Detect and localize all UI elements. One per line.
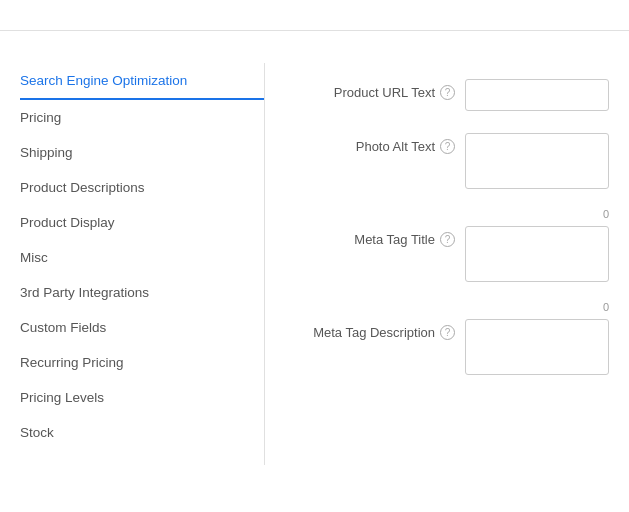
help-icon-meta-tag-description[interactable]: ? bbox=[440, 325, 455, 340]
field-input-wrapper-product-url-text bbox=[465, 79, 609, 111]
sidebar-item-stock[interactable]: Stock bbox=[20, 415, 264, 450]
field-label-product-url-text: Product URL Text? bbox=[285, 79, 465, 100]
sidebar-item-misc[interactable]: Misc bbox=[20, 240, 264, 275]
label-text-meta-tag-description: Meta Tag Description bbox=[313, 325, 435, 340]
help-icon-meta-tag-title[interactable]: ? bbox=[440, 232, 455, 247]
sidebar-item-pricing[interactable]: Pricing bbox=[20, 100, 264, 135]
field-label-meta-tag-title: Meta Tag Title? bbox=[285, 226, 465, 247]
field-input-wrapper-photo-alt-text bbox=[465, 133, 609, 192]
field-row-product-url-text: Product URL Text? bbox=[285, 73, 609, 117]
sidebar-item-3rd-party[interactable]: 3rd Party Integrations bbox=[20, 275, 264, 310]
textarea-photo-alt-text[interactable] bbox=[465, 133, 609, 189]
field-input-wrapper-meta-tag-description bbox=[465, 319, 609, 378]
section-wrapper bbox=[0, 31, 629, 47]
sidebar-item-recurring-pricing[interactable]: Recurring Pricing bbox=[20, 345, 264, 380]
char-count-row-meta-tag-title: 0 bbox=[285, 301, 609, 313]
help-icon-photo-alt-text[interactable]: ? bbox=[440, 139, 455, 154]
label-text-photo-alt-text: Photo Alt Text bbox=[356, 139, 435, 154]
page-header bbox=[0, 0, 629, 31]
sidebar-item-product-descriptions[interactable]: Product Descriptions bbox=[20, 170, 264, 205]
field-input-wrapper-meta-tag-title bbox=[465, 226, 609, 285]
field-label-photo-alt-text: Photo Alt Text? bbox=[285, 133, 465, 154]
sidebar-item-product-display[interactable]: Product Display bbox=[20, 205, 264, 240]
sidebar-item-seo[interactable]: Search Engine Optimization bbox=[20, 63, 264, 100]
field-row-photo-alt-text: Photo Alt Text? bbox=[285, 127, 609, 198]
content-area: Search Engine OptimizationPricingShippin… bbox=[0, 63, 629, 465]
field-row-meta-tag-description: Meta Tag Description? bbox=[285, 313, 609, 384]
main-content: Product URL Text?Photo Alt Text?0Meta Ta… bbox=[265, 63, 629, 465]
char-count-row-photo-alt-text: 0 bbox=[285, 208, 609, 220]
textarea-meta-tag-title[interactable] bbox=[465, 226, 609, 282]
sidebar-item-shipping[interactable]: Shipping bbox=[20, 135, 264, 170]
sidebar-item-custom-fields[interactable]: Custom Fields bbox=[20, 310, 264, 345]
textarea-meta-tag-description[interactable] bbox=[465, 319, 609, 375]
help-icon-product-url-text[interactable]: ? bbox=[440, 85, 455, 100]
char-count-photo-alt-text: 0 bbox=[465, 208, 609, 220]
char-count-spacer-meta-tag-title bbox=[285, 301, 465, 313]
input-product-url-text[interactable] bbox=[465, 79, 609, 111]
char-count-meta-tag-title: 0 bbox=[465, 301, 609, 313]
char-count-spacer-photo-alt-text bbox=[285, 208, 465, 220]
sidebar: Search Engine OptimizationPricingShippin… bbox=[0, 63, 265, 465]
field-label-meta-tag-description: Meta Tag Description? bbox=[285, 319, 465, 340]
field-row-meta-tag-title: Meta Tag Title? bbox=[285, 220, 609, 291]
label-text-meta-tag-title: Meta Tag Title bbox=[354, 232, 435, 247]
label-text-product-url-text: Product URL Text bbox=[334, 85, 435, 100]
sidebar-item-pricing-levels[interactable]: Pricing Levels bbox=[20, 380, 264, 415]
